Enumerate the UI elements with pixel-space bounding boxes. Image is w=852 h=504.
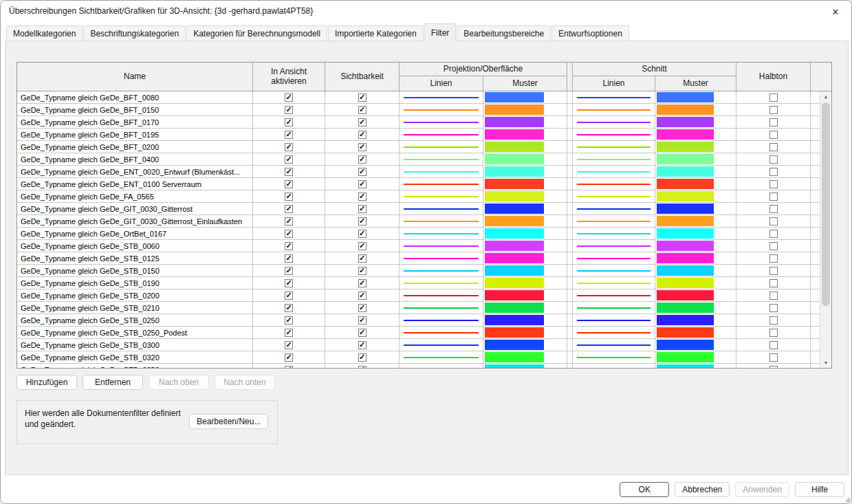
proj-pattern-cell[interactable] bbox=[483, 91, 567, 103]
filter-name-cell[interactable]: GeDe_Typname gleich GeDe_BFT_0400 bbox=[17, 153, 253, 165]
enable-checkbox[interactable]: ✓ bbox=[285, 341, 293, 349]
cut-pattern-cell[interactable] bbox=[655, 91, 736, 103]
filter-name-cell[interactable]: GeDe_Typname gleich GeDe_STB_0125 bbox=[17, 252, 253, 264]
proj-lines-cell[interactable] bbox=[400, 277, 483, 289]
filter-name-cell[interactable]: GeDe_Typname gleich GeDe_BFT_0150 bbox=[17, 104, 253, 116]
halftone-checkbox[interactable] bbox=[769, 193, 778, 201]
edit-new-button[interactable]: Bearbeiten/Neu... bbox=[189, 414, 268, 429]
enable-checkbox[interactable]: ✓ bbox=[285, 118, 293, 127]
proj-pattern-cell[interactable] bbox=[483, 339, 567, 351]
cut-lines-cell[interactable] bbox=[573, 129, 655, 140]
cut-lines-cell[interactable] bbox=[573, 289, 655, 301]
tab-bearbeitungsbereiche[interactable]: Bearbeitungsbereiche bbox=[457, 25, 551, 41]
enable-checkbox[interactable]: ✓ bbox=[285, 143, 293, 151]
table-row[interactable]: GeDe_Typname gleich GeDe_STB_0150 ✓ ✓ bbox=[17, 265, 820, 277]
move-down-button[interactable]: Nach unten bbox=[215, 375, 275, 390]
cut-lines-cell[interactable] bbox=[573, 302, 655, 314]
table-row[interactable]: GeDe_Typname gleich GeDe_BFT_0150 ✓ ✓ bbox=[17, 104, 820, 116]
halftone-checkbox[interactable] bbox=[769, 168, 778, 176]
tab-entwurfsoptionen[interactable]: Entwurfsoptionen bbox=[551, 25, 629, 41]
halftone-checkbox[interactable] bbox=[769, 143, 778, 151]
proj-pattern-cell[interactable] bbox=[483, 215, 567, 227]
filter-name-cell[interactable]: GeDe_Typname gleich GeDe_BFT_0080 bbox=[17, 91, 253, 103]
halftone-checkbox[interactable] bbox=[769, 242, 778, 250]
table-row[interactable]: GeDe_Typname gleich GeDe_STB_0200 ✓ ✓ bbox=[17, 289, 820, 302]
table-row[interactable]: GeDe_Typname gleich GeDe_BFT_0080 ✓ ✓ bbox=[17, 91, 820, 104]
cut-lines-cell[interactable] bbox=[573, 153, 655, 165]
filter-name-cell[interactable]: GeDe_Typname gleich GeDe_STB_0250 bbox=[17, 314, 253, 326]
cut-pattern-cell[interactable] bbox=[655, 289, 736, 301]
visibility-checkbox[interactable]: ✓ bbox=[358, 242, 367, 250]
filter-name-cell[interactable]: GeDe_Typname gleich GeDe_STB_0190 bbox=[17, 277, 253, 289]
cut-pattern-cell[interactable] bbox=[655, 252, 736, 264]
table-row[interactable]: GeDe_Typname gleich GeDe_ENT_0020_Entwur… bbox=[17, 166, 820, 178]
cut-pattern-cell[interactable] bbox=[655, 141, 736, 153]
halftone-checkbox[interactable] bbox=[769, 131, 778, 139]
cut-lines-cell[interactable] bbox=[573, 252, 655, 264]
enable-checkbox[interactable]: ✓ bbox=[285, 155, 293, 164]
proj-pattern-cell[interactable] bbox=[483, 190, 567, 202]
proj-pattern-cell[interactable] bbox=[483, 289, 567, 301]
proj-pattern-cell[interactable] bbox=[483, 141, 567, 153]
proj-pattern-cell[interactable] bbox=[483, 302, 567, 314]
table-row[interactable]: GeDe_Typname gleich GeDe_STB_0210 ✓ ✓ bbox=[17, 302, 820, 314]
proj-pattern-cell[interactable] bbox=[483, 252, 567, 264]
tab-modellkategorien[interactable]: Modellkategorien bbox=[6, 25, 83, 41]
cut-lines-cell[interactable] bbox=[573, 116, 655, 128]
enable-checkbox[interactable]: ✓ bbox=[285, 168, 293, 176]
table-row[interactable]: GeDe_Typname gleich GeDe_STB_0125 ✓ ✓ bbox=[17, 252, 820, 265]
visibility-checkbox[interactable]: ✓ bbox=[358, 279, 367, 287]
filter-name-cell[interactable]: GeDe_Typname gleich GeDe_STB_0350 bbox=[17, 364, 253, 368]
cut-pattern-cell[interactable] bbox=[655, 327, 736, 338]
scrollbar-thumb[interactable] bbox=[822, 102, 830, 306]
visibility-checkbox[interactable]: ✓ bbox=[358, 353, 367, 362]
cut-pattern-cell[interactable] bbox=[655, 190, 736, 202]
proj-pattern-cell[interactable] bbox=[483, 277, 567, 289]
filter-name-cell[interactable]: GeDe_Typname gleich GeDe_FA_0565 bbox=[17, 190, 253, 202]
enable-checkbox[interactable]: ✓ bbox=[285, 316, 293, 325]
proj-lines-cell[interactable] bbox=[400, 178, 483, 190]
cut-pattern-cell[interactable] bbox=[655, 351, 736, 363]
halftone-checkbox[interactable] bbox=[769, 292, 778, 300]
proj-lines-cell[interactable] bbox=[400, 314, 483, 326]
cut-lines-cell[interactable] bbox=[573, 228, 655, 239]
cut-lines-cell[interactable] bbox=[573, 190, 655, 202]
proj-lines-cell[interactable] bbox=[400, 364, 483, 368]
table-row[interactable]: GeDe_Typname gleich GeDe_STB_0250_Podest… bbox=[17, 327, 820, 339]
visibility-checkbox[interactable]: ✓ bbox=[358, 329, 367, 337]
close-icon[interactable]: ✕ bbox=[829, 5, 842, 19]
filter-name-cell[interactable]: GeDe_Typname gleich GeDe_GIT_0030_Gitter… bbox=[17, 215, 253, 227]
proj-lines-cell[interactable] bbox=[400, 289, 483, 301]
table-row[interactable]: GeDe_Typname gleich GeDe_STB_0190 ✓ ✓ bbox=[17, 277, 820, 289]
proj-lines-cell[interactable] bbox=[400, 129, 483, 140]
cut-pattern-cell[interactable] bbox=[655, 178, 736, 190]
table-row[interactable]: GeDe_Typname gleich GeDe_STB_0320 ✓ ✓ bbox=[17, 351, 820, 364]
proj-lines-cell[interactable] bbox=[400, 104, 483, 116]
proj-pattern-cell[interactable] bbox=[483, 166, 567, 177]
proj-pattern-cell[interactable] bbox=[483, 129, 567, 140]
proj-pattern-cell[interactable] bbox=[483, 228, 567, 239]
proj-pattern-cell[interactable] bbox=[483, 351, 567, 363]
filter-name-cell[interactable]: GeDe_Typname gleich GeDe_STB_0200 bbox=[17, 289, 253, 301]
cut-pattern-cell[interactable] bbox=[655, 116, 736, 128]
filter-name-cell[interactable]: GeDe_Typname gleich GeDe_STB_0060 bbox=[17, 240, 253, 252]
proj-pattern-cell[interactable] bbox=[483, 314, 567, 326]
table-row[interactable]: GeDe_Typname gleich GeDe_STB_0300 ✓ ✓ bbox=[17, 339, 820, 351]
filter-name-cell[interactable]: GeDe_Typname gleich GeDe_STB_0150 bbox=[17, 265, 253, 276]
proj-lines-cell[interactable] bbox=[400, 339, 483, 351]
tab-kategorien-f-r-berechnungsmodell[interactable]: Kategorien für Berechnungsmodell bbox=[186, 25, 327, 41]
filter-name-cell[interactable]: GeDe_Typname gleich GeDe_BFT_0200 bbox=[17, 141, 253, 153]
ok-button[interactable]: OK bbox=[620, 482, 669, 497]
cut-lines-cell[interactable] bbox=[573, 166, 655, 177]
filter-name-cell[interactable]: GeDe_Typname gleich GeDe_BFT_0170 bbox=[17, 116, 253, 128]
enable-checkbox[interactable]: ✓ bbox=[285, 106, 293, 114]
visibility-checkbox[interactable]: ✓ bbox=[358, 254, 367, 263]
visibility-checkbox[interactable]: ✓ bbox=[358, 118, 367, 127]
table-row[interactable]: GeDe_Typname gleich GeDe_STB_0350 ✓ ✓ bbox=[17, 364, 820, 368]
visibility-checkbox[interactable]: ✓ bbox=[358, 230, 367, 238]
cut-lines-cell[interactable] bbox=[573, 364, 655, 368]
add-filter-button[interactable]: Hinzufügen bbox=[17, 375, 77, 390]
scroll-up-icon[interactable]: ▲ bbox=[820, 91, 831, 102]
cut-lines-cell[interactable] bbox=[573, 314, 655, 326]
resize-grip-icon[interactable]: ◢ bbox=[844, 495, 850, 503]
